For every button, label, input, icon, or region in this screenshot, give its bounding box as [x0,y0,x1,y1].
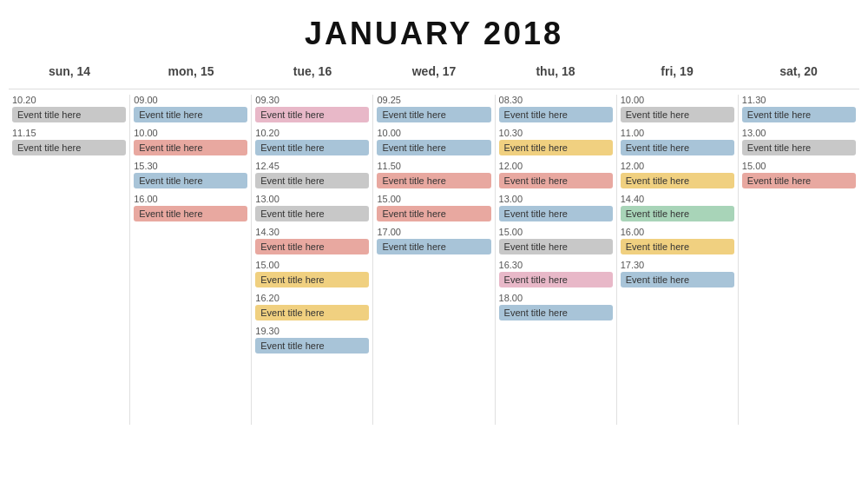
event-label[interactable]: Event title here [255,272,369,287]
event-label[interactable]: Event title here [499,239,613,254]
event-label[interactable]: Event title here [255,239,369,254]
event-time: 15.00 [255,260,369,270]
event-time: 15.00 [499,227,613,237]
event-label[interactable]: Event title here [377,239,490,254]
event-label[interactable]: Event title here [499,305,613,320]
event-block: 11.00Event title here [621,128,734,155]
event-block: 18.00Event title here [499,293,613,320]
event-label[interactable]: Event title here [499,173,613,188]
event-label[interactable]: Event title here [499,206,613,221]
event-label[interactable]: Event title here [134,140,247,155]
event-label[interactable]: Event title here [12,107,126,122]
event-block: 08.30Event title here [499,95,613,122]
event-block: 15.00Event title here [377,194,490,221]
event-time: 12.00 [499,161,613,171]
event-block: 11.50Event title here [377,161,490,188]
event-block: 10.30Event title here [499,128,613,155]
event-block: 11.15Event title here [12,128,126,155]
event-time: 10.00 [377,128,490,138]
days-row: 10.20Event title here11.15Event title he… [9,95,859,425]
event-label[interactable]: Event title here [499,140,613,155]
event-block: 14.30Event title here [255,227,369,254]
event-time: 09.30 [255,95,369,105]
event-label[interactable]: Event title here [499,272,613,287]
event-label[interactable]: Event title here [377,140,490,155]
event-label[interactable]: Event title here [134,173,247,188]
event-block: 10.00Event title here [621,95,734,122]
event-time: 19.30 [255,326,369,336]
event-block: 14.40Event title here [621,194,734,221]
day-header: sun, 14 [9,61,130,82]
event-block: 16.00Event title here [134,194,247,221]
event-label[interactable]: Event title here [742,140,856,155]
event-time: 10.00 [621,95,734,105]
event-block: 13.00Event title here [255,194,369,221]
event-block: 13.00Event title here [742,128,856,155]
event-block: 12.45Event title here [255,161,369,188]
day-headers: sun, 14mon, 15tue, 16wed, 17thu, 18fri, … [9,61,859,89]
event-label[interactable]: Event title here [742,107,856,122]
event-label[interactable]: Event title here [255,338,369,354]
event-block: 17.30Event title here [621,260,734,287]
event-block: 10.00Event title here [377,128,490,155]
day-column: 09.30Event title here10.20Event title he… [251,95,372,425]
event-time: 14.30 [255,227,369,237]
day-header: tue, 16 [252,61,373,82]
event-block: 10.20Event title here [12,95,126,122]
event-block: 15.00Event title here [742,161,856,188]
event-label[interactable]: Event title here [255,107,369,122]
event-time: 09.00 [134,95,247,105]
event-label[interactable]: Event title here [621,140,734,155]
event-label[interactable]: Event title here [621,239,734,254]
event-block: 09.00Event title here [134,95,247,122]
event-label[interactable]: Event title here [255,206,369,221]
event-block: 12.00Event title here [621,161,734,188]
event-block: 15.00Event title here [499,227,613,254]
event-time: 08.30 [499,95,613,105]
event-block: 10.00Event title here [134,128,247,155]
event-block: 16.00Event title here [621,227,734,254]
event-label[interactable]: Event title here [255,305,369,320]
event-label[interactable]: Event title here [621,272,734,287]
event-time: 16.30 [499,260,613,270]
event-time: 16.00 [134,194,247,204]
event-time: 15.30 [134,161,247,171]
event-label[interactable]: Event title here [134,206,247,221]
event-label[interactable]: Event title here [255,173,369,188]
event-time: 09.25 [377,95,490,105]
event-time: 17.30 [621,260,734,270]
day-column: 09.25Event title here10.00Event title he… [372,95,494,425]
event-label[interactable]: Event title here [621,206,734,221]
event-label[interactable]: Event title here [134,107,247,122]
event-time: 17.00 [377,227,490,237]
event-time: 14.40 [621,194,734,204]
event-time: 10.20 [12,95,126,105]
event-block: 16.20Event title here [255,293,369,320]
event-label[interactable]: Event title here [255,140,369,155]
event-time: 15.00 [742,161,856,171]
day-header: mon, 15 [130,61,252,82]
event-label[interactable]: Event title here [377,173,490,188]
event-time: 16.20 [255,293,369,303]
event-label[interactable]: Event title here [621,107,734,122]
event-time: 15.00 [377,194,490,204]
event-block: 09.30Event title here [255,95,369,122]
event-block: 15.00Event title here [255,260,369,287]
event-block: 10.20Event title here [255,128,369,155]
event-label[interactable]: Event title here [377,206,490,221]
event-time: 11.15 [12,128,126,138]
event-label[interactable]: Event title here [12,140,126,155]
event-block: 16.30Event title here [499,260,613,287]
event-label[interactable]: Event title here [742,173,856,188]
day-column: 09.00Event title here10.00Event title he… [129,95,251,425]
event-time: 18.00 [499,293,613,303]
event-time: 10.30 [499,128,613,138]
event-label[interactable]: Event title here [377,107,490,122]
event-time: 13.00 [742,128,856,138]
event-label[interactable]: Event title here [499,107,613,122]
event-label[interactable]: Event title here [621,173,734,188]
event-block: 11.30Event title here [742,95,856,122]
event-block: 09.25Event title here [377,95,490,122]
event-time: 10.20 [255,128,369,138]
day-header: fri, 19 [616,61,738,82]
